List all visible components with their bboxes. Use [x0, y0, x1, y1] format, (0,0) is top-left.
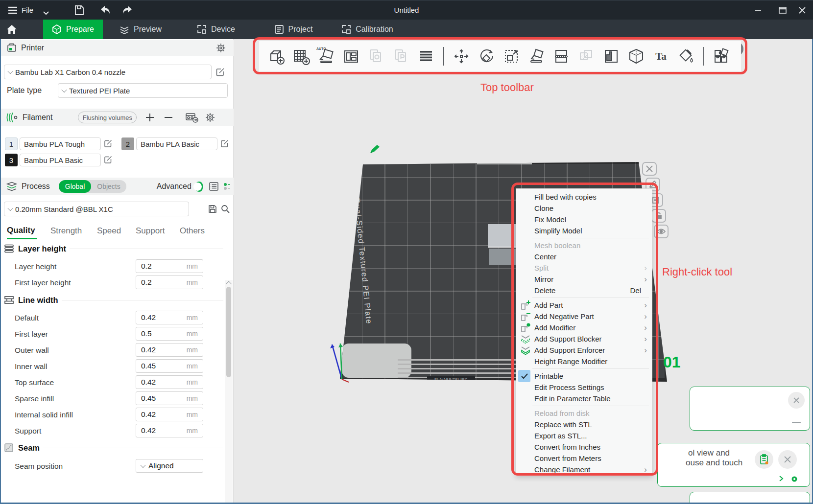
tip-card: ol view and ouse and touch	[657, 443, 810, 487]
remove-filament-icon[interactable]	[164, 113, 173, 122]
tab-preview-label: Preview	[134, 25, 162, 34]
process-scope-segment[interactable]: Global Objects	[59, 180, 126, 193]
filament-section-header: Filament Flushing volumes	[0, 109, 234, 126]
tab-quality[interactable]: Quality	[7, 226, 35, 235]
tab-prepare[interactable]: Prepare	[43, 20, 103, 39]
undo-icon[interactable]	[99, 5, 111, 18]
hamburger-menu-icon[interactable]	[8, 6, 18, 16]
parameter-table-icon[interactable]	[209, 182, 219, 191]
layer-height-icon	[4, 244, 15, 253]
setting-unit: mm	[187, 362, 198, 370]
group-divider	[43, 448, 223, 448]
filament-2-select[interactable]: Bambu PLA Basic	[136, 137, 217, 150]
close-button[interactable]	[791, 0, 813, 20]
tab-strength[interactable]: Strength	[50, 226, 82, 236]
save-icon[interactable]	[73, 4, 85, 18]
setting-input[interactable]: 0.2 mm	[136, 259, 203, 273]
layer-height-group-header: Layer height	[4, 244, 223, 253]
edit-plate-name-pencil-icon[interactable]	[369, 144, 381, 155]
close-tip-button[interactable]	[778, 450, 797, 469]
printer-select-value: Bambu Lab X1 Carbon 0.4 nozzle	[15, 68, 125, 76]
setting-unit: mm	[187, 262, 198, 270]
setting-value: 0.42	[141, 410, 156, 419]
printer-icon	[7, 43, 17, 53]
maximize-button[interactable]	[772, 0, 793, 20]
search-preset-icon[interactable]	[220, 204, 230, 216]
filament-1-color-swatch[interactable]: 1	[5, 137, 18, 150]
scroll-up-icon[interactable]	[226, 281, 231, 286]
setting-input[interactable]: 0.2 mm	[136, 275, 203, 289]
process-preset-select[interactable]: 0.20mm Standard @BBL X1C	[4, 202, 189, 216]
setting-value: 0.42	[141, 378, 156, 387]
ams-sync-icon[interactable]	[186, 112, 198, 123]
seam-position-select[interactable]: Aligned	[136, 459, 203, 473]
close-notification-button[interactable]	[788, 392, 805, 409]
sidebar-scrollbar[interactable]	[225, 280, 233, 504]
flushing-volumes-button[interactable]: Flushing volumes	[78, 112, 137, 123]
setting-input[interactable]: 0.42mm	[136, 408, 203, 421]
filament-2-color-swatch[interactable]: 2	[121, 137, 134, 150]
setting-input[interactable]: 0.42mm	[136, 311, 203, 324]
process-icon	[6, 181, 18, 192]
tab-calibration-label: Calibration	[356, 25, 393, 34]
tab-others[interactable]: Others	[180, 226, 205, 236]
save-preset-icon[interactable]	[208, 204, 217, 216]
tab-support[interactable]: Support	[136, 226, 165, 236]
file-menu-chevron-icon[interactable]	[43, 8, 49, 17]
setting-label: Inner wall	[15, 362, 47, 371]
process-scope-global[interactable]: Global	[59, 180, 91, 193]
delete-plate-button[interactable]	[642, 162, 657, 176]
tab-calibration[interactable]: Calibration	[331, 20, 404, 39]
minimize-button[interactable]	[747, 0, 769, 20]
filament-3-edit-icon[interactable]	[104, 155, 113, 166]
printer-select[interactable]: Bambu Lab X1 Carbon 0.4 nozzle	[4, 65, 212, 79]
clipboard-tip-button[interactable]	[755, 450, 773, 469]
setting-input[interactable]: 0.5mm	[136, 327, 203, 341]
compare-presets-icon[interactable]	[223, 182, 231, 191]
setting-unit: mm	[187, 411, 198, 418]
tip-settings-icon[interactable]	[791, 476, 798, 482]
filament-2-edit-icon[interactable]	[220, 139, 229, 150]
filament-1-edit-icon[interactable]	[104, 139, 113, 150]
setting-input[interactable]: 0.42mm	[136, 375, 203, 389]
redo-icon[interactable]	[121, 5, 133, 18]
annotation-label-top-toolbar: Top toolbar	[480, 81, 534, 94]
setting-label: Default	[15, 314, 39, 322]
process-scope-objects[interactable]: Objects	[91, 183, 126, 190]
preview-icon	[120, 24, 129, 34]
setting-input[interactable]: 0.45mm	[136, 359, 203, 373]
process-preset-value: 0.20mm Standard @BBL X1C	[15, 205, 113, 213]
add-filament-icon[interactable]	[145, 113, 154, 122]
advanced-toggle[interactable]	[195, 182, 203, 192]
filament-3-select[interactable]: Bambu PLA Basic	[20, 154, 101, 166]
tab-speed[interactable]: Speed	[97, 226, 121, 236]
printer-settings-gear-icon[interactable]	[216, 43, 226, 53]
filament-3-color-swatch[interactable]: 3	[5, 154, 18, 166]
tab-device[interactable]: Device	[189, 20, 243, 39]
setting-value: Aligned	[148, 461, 174, 470]
setting-value: 0.45	[141, 362, 156, 370]
printer-section-header: Printer	[0, 40, 234, 56]
filament-section-label: Filament	[23, 113, 52, 122]
collapse-notification-icon[interactable]	[792, 422, 801, 423]
setting-input[interactable]: 0.42mm	[136, 343, 203, 357]
setting-value: 0.42	[141, 313, 156, 322]
setting-input[interactable]: 0.42mm	[136, 424, 203, 437]
home-tab[interactable]	[0, 20, 24, 39]
scrollbar-thumb[interactable]	[226, 287, 231, 377]
filament-settings-gear-icon[interactable]	[205, 113, 215, 122]
setting-label: Sparse infill	[15, 394, 54, 403]
tab-project[interactable]: Project	[267, 20, 320, 39]
plate-type-select[interactable]: Textured PEI Plate	[58, 83, 228, 98]
plate-type-label: Plate type	[7, 86, 42, 95]
printer-edit-icon[interactable]	[215, 67, 225, 79]
setting-input[interactable]: 0.45mm	[136, 391, 203, 405]
calibration-icon	[341, 24, 351, 34]
filament-1-select[interactable]: Bambu PLA Tough	[20, 137, 101, 150]
setting-label: Support	[15, 427, 41, 435]
next-tip-icon[interactable]	[778, 475, 784, 482]
plate-type-value: Textured PEI Plate	[69, 87, 130, 95]
chevron-down-icon	[61, 87, 67, 92]
file-menu[interactable]: File	[22, 0, 33, 20]
tab-preview[interactable]: Preview	[112, 20, 169, 39]
